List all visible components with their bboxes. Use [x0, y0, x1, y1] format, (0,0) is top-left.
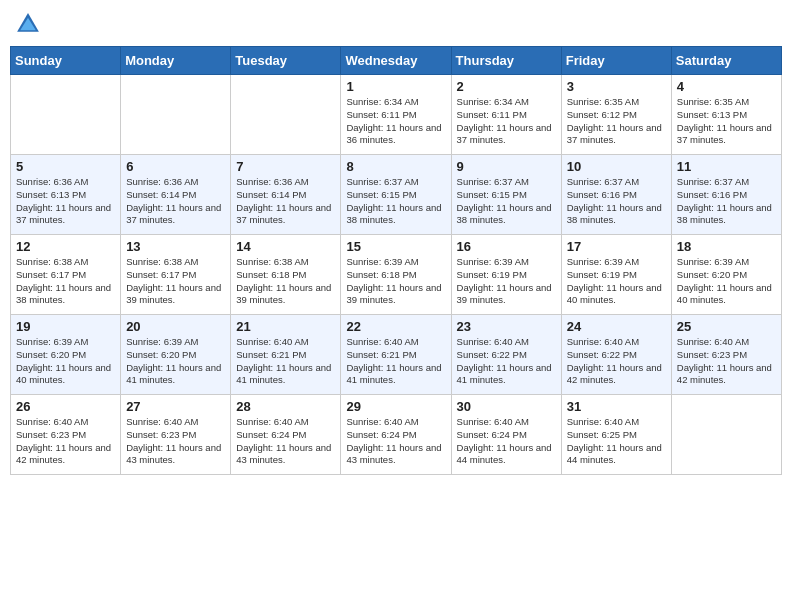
day-number: 17 — [567, 239, 666, 254]
day-info: Sunrise: 6:40 AM Sunset: 6:21 PM Dayligh… — [236, 336, 335, 387]
day-number: 21 — [236, 319, 335, 334]
day-info: Sunrise: 6:40 AM Sunset: 6:24 PM Dayligh… — [236, 416, 335, 467]
calendar-cell: 6Sunrise: 6:36 AM Sunset: 6:14 PM Daylig… — [121, 155, 231, 235]
day-header-wednesday: Wednesday — [341, 47, 451, 75]
day-header-sunday: Sunday — [11, 47, 121, 75]
day-number: 8 — [346, 159, 445, 174]
calendar-cell: 23Sunrise: 6:40 AM Sunset: 6:22 PM Dayli… — [451, 315, 561, 395]
day-info: Sunrise: 6:40 AM Sunset: 6:23 PM Dayligh… — [126, 416, 225, 467]
day-number: 6 — [126, 159, 225, 174]
calendar-cell — [231, 75, 341, 155]
day-info: Sunrise: 6:38 AM Sunset: 6:17 PM Dayligh… — [16, 256, 115, 307]
day-info: Sunrise: 6:36 AM Sunset: 6:14 PM Dayligh… — [236, 176, 335, 227]
day-info: Sunrise: 6:40 AM Sunset: 6:23 PM Dayligh… — [677, 336, 776, 387]
day-number: 31 — [567, 399, 666, 414]
calendar-cell: 21Sunrise: 6:40 AM Sunset: 6:21 PM Dayli… — [231, 315, 341, 395]
day-number: 29 — [346, 399, 445, 414]
day-number: 13 — [126, 239, 225, 254]
calendar-cell: 28Sunrise: 6:40 AM Sunset: 6:24 PM Dayli… — [231, 395, 341, 475]
day-info: Sunrise: 6:39 AM Sunset: 6:20 PM Dayligh… — [126, 336, 225, 387]
calendar-cell: 26Sunrise: 6:40 AM Sunset: 6:23 PM Dayli… — [11, 395, 121, 475]
day-number: 15 — [346, 239, 445, 254]
calendar-cell: 30Sunrise: 6:40 AM Sunset: 6:24 PM Dayli… — [451, 395, 561, 475]
day-number: 22 — [346, 319, 445, 334]
day-info: Sunrise: 6:34 AM Sunset: 6:11 PM Dayligh… — [346, 96, 445, 147]
day-info: Sunrise: 6:34 AM Sunset: 6:11 PM Dayligh… — [457, 96, 556, 147]
day-number: 30 — [457, 399, 556, 414]
day-info: Sunrise: 6:39 AM Sunset: 6:18 PM Dayligh… — [346, 256, 445, 307]
day-info: Sunrise: 6:35 AM Sunset: 6:12 PM Dayligh… — [567, 96, 666, 147]
day-number: 3 — [567, 79, 666, 94]
day-number: 28 — [236, 399, 335, 414]
day-number: 26 — [16, 399, 115, 414]
calendar-cell: 25Sunrise: 6:40 AM Sunset: 6:23 PM Dayli… — [671, 315, 781, 395]
day-info: Sunrise: 6:38 AM Sunset: 6:17 PM Dayligh… — [126, 256, 225, 307]
day-info: Sunrise: 6:36 AM Sunset: 6:13 PM Dayligh… — [16, 176, 115, 227]
day-info: Sunrise: 6:37 AM Sunset: 6:15 PM Dayligh… — [457, 176, 556, 227]
day-info: Sunrise: 6:38 AM Sunset: 6:18 PM Dayligh… — [236, 256, 335, 307]
calendar-cell: 13Sunrise: 6:38 AM Sunset: 6:17 PM Dayli… — [121, 235, 231, 315]
calendar-cell: 12Sunrise: 6:38 AM Sunset: 6:17 PM Dayli… — [11, 235, 121, 315]
day-header-tuesday: Tuesday — [231, 47, 341, 75]
calendar-cell: 10Sunrise: 6:37 AM Sunset: 6:16 PM Dayli… — [561, 155, 671, 235]
calendar-cell: 19Sunrise: 6:39 AM Sunset: 6:20 PM Dayli… — [11, 315, 121, 395]
day-number: 2 — [457, 79, 556, 94]
day-info: Sunrise: 6:40 AM Sunset: 6:22 PM Dayligh… — [457, 336, 556, 387]
day-number: 20 — [126, 319, 225, 334]
day-number: 23 — [457, 319, 556, 334]
calendar-cell: 27Sunrise: 6:40 AM Sunset: 6:23 PM Dayli… — [121, 395, 231, 475]
calendar-cell — [11, 75, 121, 155]
calendar-cell: 5Sunrise: 6:36 AM Sunset: 6:13 PM Daylig… — [11, 155, 121, 235]
calendar-cell: 8Sunrise: 6:37 AM Sunset: 6:15 PM Daylig… — [341, 155, 451, 235]
calendar-cell: 4Sunrise: 6:35 AM Sunset: 6:13 PM Daylig… — [671, 75, 781, 155]
day-info: Sunrise: 6:36 AM Sunset: 6:14 PM Dayligh… — [126, 176, 225, 227]
calendar-cell: 14Sunrise: 6:38 AM Sunset: 6:18 PM Dayli… — [231, 235, 341, 315]
calendar-week-4: 19Sunrise: 6:39 AM Sunset: 6:20 PM Dayli… — [11, 315, 782, 395]
calendar-cell: 2Sunrise: 6:34 AM Sunset: 6:11 PM Daylig… — [451, 75, 561, 155]
day-number: 4 — [677, 79, 776, 94]
calendar-cell: 31Sunrise: 6:40 AM Sunset: 6:25 PM Dayli… — [561, 395, 671, 475]
page-header — [10, 10, 782, 38]
day-info: Sunrise: 6:39 AM Sunset: 6:20 PM Dayligh… — [677, 256, 776, 307]
day-number: 16 — [457, 239, 556, 254]
day-info: Sunrise: 6:40 AM Sunset: 6:21 PM Dayligh… — [346, 336, 445, 387]
day-number: 11 — [677, 159, 776, 174]
calendar-cell: 16Sunrise: 6:39 AM Sunset: 6:19 PM Dayli… — [451, 235, 561, 315]
calendar-cell: 7Sunrise: 6:36 AM Sunset: 6:14 PM Daylig… — [231, 155, 341, 235]
day-number: 9 — [457, 159, 556, 174]
calendar-cell: 17Sunrise: 6:39 AM Sunset: 6:19 PM Dayli… — [561, 235, 671, 315]
day-info: Sunrise: 6:37 AM Sunset: 6:15 PM Dayligh… — [346, 176, 445, 227]
day-info: Sunrise: 6:39 AM Sunset: 6:19 PM Dayligh… — [567, 256, 666, 307]
calendar-cell: 3Sunrise: 6:35 AM Sunset: 6:12 PM Daylig… — [561, 75, 671, 155]
day-info: Sunrise: 6:40 AM Sunset: 6:25 PM Dayligh… — [567, 416, 666, 467]
logo-icon — [14, 10, 42, 38]
calendar-cell: 20Sunrise: 6:39 AM Sunset: 6:20 PM Dayli… — [121, 315, 231, 395]
day-header-saturday: Saturday — [671, 47, 781, 75]
day-number: 12 — [16, 239, 115, 254]
day-info: Sunrise: 6:40 AM Sunset: 6:24 PM Dayligh… — [346, 416, 445, 467]
calendar-week-3: 12Sunrise: 6:38 AM Sunset: 6:17 PM Dayli… — [11, 235, 782, 315]
day-header-thursday: Thursday — [451, 47, 561, 75]
calendar-cell: 22Sunrise: 6:40 AM Sunset: 6:21 PM Dayli… — [341, 315, 451, 395]
day-number: 5 — [16, 159, 115, 174]
day-info: Sunrise: 6:40 AM Sunset: 6:23 PM Dayligh… — [16, 416, 115, 467]
calendar-cell — [671, 395, 781, 475]
calendar-cell: 29Sunrise: 6:40 AM Sunset: 6:24 PM Dayli… — [341, 395, 451, 475]
day-info: Sunrise: 6:37 AM Sunset: 6:16 PM Dayligh… — [567, 176, 666, 227]
calendar-cell: 18Sunrise: 6:39 AM Sunset: 6:20 PM Dayli… — [671, 235, 781, 315]
calendar-week-1: 1Sunrise: 6:34 AM Sunset: 6:11 PM Daylig… — [11, 75, 782, 155]
calendar-week-5: 26Sunrise: 6:40 AM Sunset: 6:23 PM Dayli… — [11, 395, 782, 475]
logo — [14, 10, 44, 38]
calendar-cell: 11Sunrise: 6:37 AM Sunset: 6:16 PM Dayli… — [671, 155, 781, 235]
day-header-monday: Monday — [121, 47, 231, 75]
day-info: Sunrise: 6:35 AM Sunset: 6:13 PM Dayligh… — [677, 96, 776, 147]
day-info: Sunrise: 6:37 AM Sunset: 6:16 PM Dayligh… — [677, 176, 776, 227]
calendar-week-2: 5Sunrise: 6:36 AM Sunset: 6:13 PM Daylig… — [11, 155, 782, 235]
day-number: 14 — [236, 239, 335, 254]
day-number: 19 — [16, 319, 115, 334]
calendar-cell — [121, 75, 231, 155]
day-number: 7 — [236, 159, 335, 174]
day-info: Sunrise: 6:39 AM Sunset: 6:19 PM Dayligh… — [457, 256, 556, 307]
day-number: 1 — [346, 79, 445, 94]
day-info: Sunrise: 6:40 AM Sunset: 6:24 PM Dayligh… — [457, 416, 556, 467]
